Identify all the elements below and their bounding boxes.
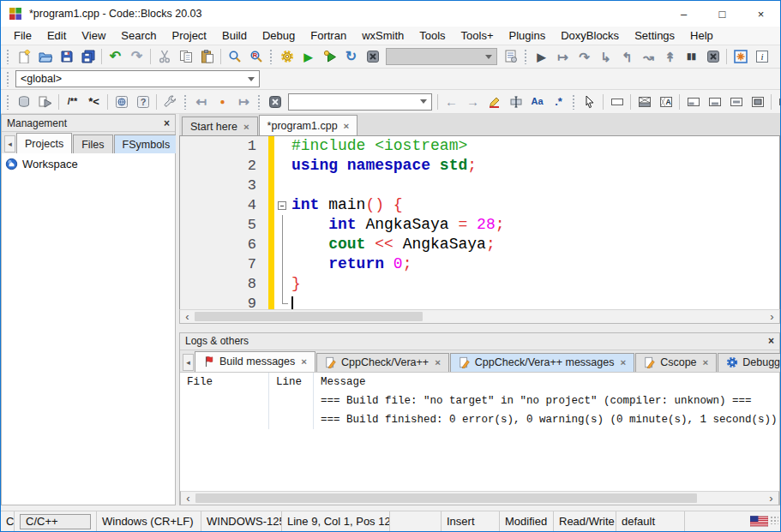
wx-align-2-button[interactable] bbox=[704, 92, 725, 112]
wx-window-x-button[interactable] bbox=[634, 92, 655, 112]
management-tab-fsymbols[interactable]: FSymbols bbox=[114, 134, 179, 153]
abort-build-button[interactable] bbox=[362, 46, 383, 67]
incremental-search-input[interactable] bbox=[288, 93, 432, 111]
debugging-windows-button[interactable] bbox=[730, 46, 751, 67]
title-bar[interactable]: *program1.cpp - Code::Blocks 20.03 –□× bbox=[1, 1, 780, 27]
toolbar-grip[interactable] bbox=[269, 49, 273, 64]
management-tab-projects[interactable]: Projects bbox=[16, 133, 72, 153]
undo-button[interactable]: ↶ bbox=[105, 46, 126, 67]
menu-view[interactable]: View bbox=[74, 27, 113, 45]
open-file-button[interactable] bbox=[34, 46, 56, 67]
doxy-block-comment-button[interactable]: /** bbox=[62, 92, 83, 112]
tab-close-icon[interactable]: × bbox=[243, 122, 249, 132]
menu-debug[interactable]: Debug bbox=[255, 27, 303, 45]
wx-align-4-button[interactable] bbox=[747, 92, 768, 112]
logs-tab-cscope[interactable]: Cscope× bbox=[635, 353, 717, 372]
doxy-extract-button[interactable] bbox=[13, 92, 34, 112]
stop-debugger-button[interactable] bbox=[702, 46, 724, 67]
toolbar-grip[interactable] bbox=[257, 94, 261, 110]
toolbar-grip[interactable] bbox=[6, 49, 10, 64]
scroll-right-icon[interactable]: › bbox=[764, 492, 778, 505]
management-tab-files[interactable]: Files bbox=[73, 134, 112, 153]
tree-item-workspace[interactable]: Workspace bbox=[5, 158, 171, 170]
doxy-line-comment-button[interactable]: *< bbox=[83, 92, 105, 112]
wx-align-3-button[interactable] bbox=[725, 92, 747, 112]
build-button[interactable] bbox=[276, 46, 297, 67]
code-editor[interactable]: 1#include <iostream>2using namespace std… bbox=[179, 135, 780, 309]
settings-wrench-button[interactable] bbox=[159, 92, 181, 112]
copy-button[interactable] bbox=[175, 46, 196, 67]
management-scroll-left[interactable]: ◂ bbox=[4, 135, 15, 152]
menu-settings[interactable]: Settings bbox=[627, 27, 682, 45]
search-next-button[interactable]: → bbox=[462, 92, 484, 112]
fold-margin[interactable] bbox=[274, 235, 291, 254]
goto-prev-change-button[interactable]: ↤ bbox=[190, 92, 212, 112]
fold-margin[interactable] bbox=[274, 195, 291, 215]
tab-close-icon[interactable]: × bbox=[344, 121, 350, 131]
menu-tools-plus[interactable]: Tools+ bbox=[454, 27, 502, 45]
compiler-messages-button[interactable] bbox=[500, 46, 521, 67]
logs-close-icon[interactable]: × bbox=[768, 335, 774, 347]
run-to-cursor-button[interactable]: ↦ bbox=[552, 46, 574, 67]
logs-hscroll-thumb[interactable] bbox=[195, 493, 697, 503]
tab-close-icon[interactable]: × bbox=[620, 357, 626, 368]
regex-button[interactable]: .* bbox=[548, 92, 569, 112]
editor-hscrollbar[interactable]: ‹ › bbox=[179, 309, 780, 324]
build-and-run-button[interactable] bbox=[319, 46, 340, 67]
editor-tab--program1-cpp[interactable]: *program1.cpp× bbox=[259, 115, 358, 135]
fold-collapse-icon[interactable] bbox=[278, 201, 286, 210]
menu-edit[interactable]: Edit bbox=[39, 27, 74, 45]
wx-align-1-button[interactable] bbox=[682, 92, 704, 112]
logs-tab-debugger[interactable]: Debugger× bbox=[718, 353, 781, 372]
scroll-left-icon[interactable]: ‹ bbox=[180, 310, 195, 323]
menu-tools[interactable]: Tools bbox=[412, 27, 453, 45]
menu-plugins[interactable]: Plugins bbox=[502, 27, 554, 45]
close-button[interactable]: × bbox=[742, 1, 780, 27]
toolbar-grip[interactable] bbox=[183, 94, 188, 110]
fold-margin[interactable] bbox=[274, 254, 291, 274]
status-language-value[interactable]: C/C++ bbox=[20, 514, 91, 529]
logs-tab-build-messages[interactable]: Build messages× bbox=[195, 351, 315, 372]
save-file-button[interactable] bbox=[56, 46, 77, 67]
cut-button[interactable] bbox=[153, 46, 175, 67]
replace-button[interactable]: R bbox=[245, 46, 267, 67]
toolbar-grip[interactable] bbox=[572, 94, 576, 110]
next-instruction-button[interactable]: ↝ bbox=[638, 46, 659, 67]
menu-wxsmith[interactable]: wxSmith bbox=[354, 27, 412, 45]
logs-tab-cppcheck-vera-[interactable]: CppCheck/Vera++× bbox=[316, 353, 449, 372]
highlight-occurrences-button[interactable] bbox=[484, 92, 505, 112]
rebuild-button[interactable]: ↻ bbox=[340, 46, 362, 67]
step-into-instruction-button[interactable]: ↟ bbox=[659, 46, 681, 67]
toolbar-grip[interactable] bbox=[6, 71, 10, 87]
logs-tab-cppcheck-vera-messages[interactable]: CppCheck/Vera++ messages× bbox=[450, 353, 634, 372]
table-row[interactable]: === Build finished: 0 error(s), 0 warnin… bbox=[180, 410, 779, 429]
menu-fortran[interactable]: Fortran bbox=[303, 27, 354, 45]
build-target-select[interactable] bbox=[386, 48, 497, 65]
paste-button[interactable] bbox=[196, 46, 218, 67]
debug-continue-button[interactable]: ▶ bbox=[531, 46, 552, 67]
code-completion-scope-select[interactable]: <global> bbox=[15, 70, 260, 87]
editor-tab-start-here[interactable]: Start here× bbox=[182, 117, 258, 135]
redo-button[interactable]: ↷ bbox=[126, 46, 147, 67]
various-info-button[interactable]: i bbox=[751, 46, 772, 67]
search-prev-button[interactable]: ← bbox=[441, 92, 462, 112]
tab-close-icon[interactable]: × bbox=[301, 356, 307, 367]
step-out-button[interactable]: ↰ bbox=[616, 46, 638, 67]
toggle-marker-button[interactable]: ● bbox=[212, 92, 233, 112]
run-button[interactable]: ▶ bbox=[297, 46, 319, 67]
menu-file[interactable]: File bbox=[6, 27, 39, 45]
table-row[interactable]: === Build file: "no target" in "no proje… bbox=[180, 392, 779, 410]
logs-scroll-left[interactable]: ◂ bbox=[183, 354, 194, 371]
menu-project[interactable]: Project bbox=[165, 27, 214, 45]
fold-margin[interactable] bbox=[274, 274, 291, 294]
doxy-wizard-button[interactable] bbox=[111, 92, 132, 112]
wx-pointer-button[interactable] bbox=[579, 92, 600, 112]
toolbar-grip[interactable] bbox=[524, 49, 528, 64]
editor-hscroll-thumb[interactable] bbox=[195, 312, 423, 321]
fold-margin[interactable] bbox=[274, 294, 291, 309]
logs-hscrollbar[interactable]: ‹ › bbox=[180, 491, 779, 505]
clear-search-button[interactable] bbox=[264, 92, 285, 112]
resize-grip[interactable] bbox=[770, 516, 778, 524]
goto-next-change-button[interactable]: ↦ bbox=[233, 92, 255, 112]
scroll-right-icon[interactable]: › bbox=[765, 310, 779, 323]
